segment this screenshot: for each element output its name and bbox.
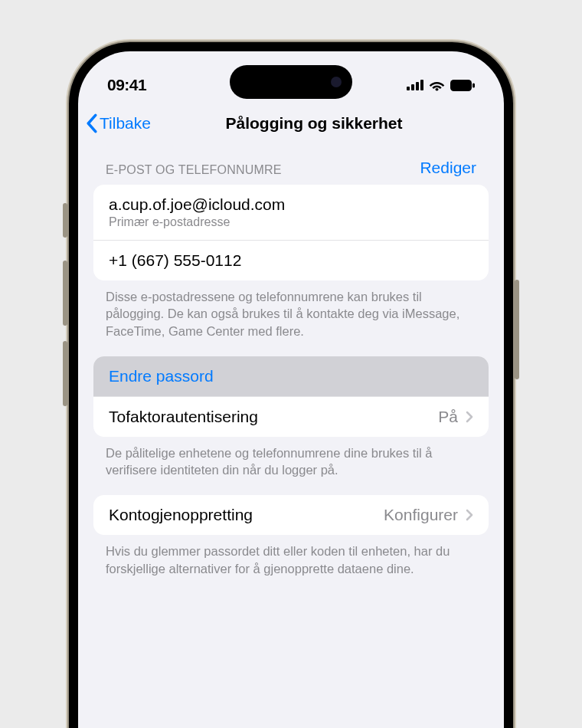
phone-frame: 09:41	[69, 42, 513, 728]
cellular-icon	[407, 80, 423, 90]
email-row[interactable]: a.cup.of.joe@icloud.com Primær e-postadr…	[93, 185, 489, 241]
dynamic-island	[230, 65, 352, 99]
camera-dot	[331, 77, 342, 87]
recovery-footer: Hvis du glemmer passordet ditt eller kod…	[78, 535, 504, 594]
recovery-row[interactable]: Kontogjenoppretting Konfigurer	[93, 495, 489, 535]
svg-rect-2	[416, 82, 419, 90]
page-title: Pålogging og sikkerhet	[92, 114, 490, 133]
change-password-label: Endre passord	[109, 367, 214, 385]
svg-rect-0	[407, 87, 410, 90]
recovery-label: Kontogjenoppretting	[109, 506, 253, 524]
chevron-right-icon	[466, 411, 473, 423]
back-button[interactable]: Tilbake	[86, 113, 151, 133]
battery-icon	[450, 80, 475, 91]
recovery-card: Kontogjenoppretting Konfigurer	[93, 495, 489, 535]
svg-rect-5	[472, 83, 475, 87]
email-subtitle: Primær e-postadresse	[109, 215, 285, 229]
side-button	[63, 261, 67, 326]
security-card: Endre passord Tofaktorautentisering På	[93, 356, 489, 437]
chevron-right-icon	[466, 509, 473, 521]
wifi-icon	[429, 80, 445, 91]
side-button	[515, 280, 519, 379]
change-password-row[interactable]: Endre passord	[93, 356, 489, 397]
svg-rect-3	[420, 80, 423, 90]
two-factor-value: På	[438, 408, 473, 426]
contact-card: a.cup.of.joe@icloud.com Primær e-postadr…	[93, 185, 489, 280]
back-label: Tilbake	[100, 114, 151, 133]
two-factor-row[interactable]: Tofaktorautentisering På	[93, 397, 489, 437]
contact-footer: Disse e-postadressene og telefonnumrene …	[78, 280, 504, 356]
phone-row[interactable]: +1 (667) 555-0112	[93, 241, 489, 280]
status-icons	[407, 80, 475, 91]
status-time: 09:41	[107, 76, 146, 94]
section-label: E-POST OG TELEFONNUMRE	[106, 163, 282, 177]
side-button	[63, 341, 67, 406]
email-value: a.cup.of.joe@icloud.com	[109, 195, 285, 214]
side-button	[63, 203, 67, 238]
section-header-contacts: E-POST OG TELEFONNUMRE Rediger	[78, 148, 504, 185]
edit-button[interactable]: Rediger	[420, 159, 476, 177]
svg-rect-1	[411, 84, 414, 90]
content: E-POST OG TELEFONNUMRE Rediger a.cup.of.…	[78, 143, 504, 598]
phone-value: +1 (667) 555-0112	[109, 251, 241, 270]
two-factor-label: Tofaktorautentisering	[109, 408, 258, 426]
chevron-left-icon	[86, 113, 98, 133]
nav-bar: Tilbake Pålogging og sikkerhet	[78, 105, 504, 143]
security-footer: De pålitelige enhetene og telefonnumrene…	[78, 437, 504, 496]
svg-rect-4	[450, 80, 472, 91]
recovery-value: Konfigurer	[384, 506, 473, 524]
screen: 09:41	[78, 51, 504, 728]
